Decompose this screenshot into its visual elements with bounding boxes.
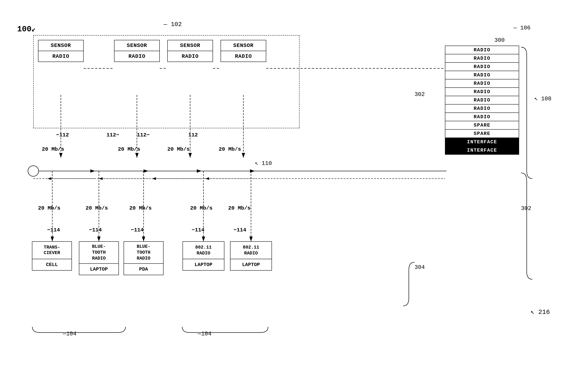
ref-114-label-4: −114 xyxy=(192,227,204,233)
device-bluetooth-2: BLUE-TOOTHRADIO PDA xyxy=(124,241,163,275)
ref-114-label-2: −114 xyxy=(89,227,102,233)
speed-label-bot-2: 20 Mb/s xyxy=(85,205,108,211)
ref-100-label: 100↙ xyxy=(17,25,36,34)
sensor-box-4: SENSOR RADIO xyxy=(220,40,266,62)
wifi-top-2: 802.11RADIO xyxy=(230,242,272,259)
ref-114-label-3: −114 xyxy=(131,227,144,233)
transceiver-top: TRANS-CIEVER xyxy=(32,242,72,259)
device-bluetooth-1: BLUE-TOOTHRADIO LAPTOP xyxy=(79,241,119,275)
speed-label-top-1: 20 Mb/s xyxy=(42,146,64,152)
ref-216-label: ↖ 216 xyxy=(530,308,550,316)
radio-cell-1: RADIO xyxy=(445,46,519,54)
radio-label-2: RADIO xyxy=(114,51,159,61)
ref-112-label-1: −112 xyxy=(56,132,69,138)
bluetooth-top-2: BLUE-TOOTHRADIO xyxy=(124,242,163,264)
ref-106-label: — 106 xyxy=(513,25,530,31)
radio-cell-3: RADIO xyxy=(445,63,519,71)
laptop-label-2: LAPTOP xyxy=(183,259,224,270)
ref-114-label-1: −114 xyxy=(47,227,60,233)
ref-112-label-2: 112− xyxy=(106,132,119,138)
speed-label-bot-1: 20 Mb/s xyxy=(38,205,61,211)
speed-label-top-2: 20 Mb/s xyxy=(118,146,140,152)
sensor-label-2: SENSOR xyxy=(114,40,159,51)
interface-cell-1: INTERFACE xyxy=(445,138,519,146)
pda-label: PDA xyxy=(124,264,163,275)
speed-label-top-3: 20 Mb/s xyxy=(167,146,190,152)
sensor-label-4: SENSOR xyxy=(221,40,266,51)
radio-cell-7: RADIO xyxy=(445,96,519,105)
laptop-label-1: LAPTOP xyxy=(79,264,118,275)
device-80211-1: 802.11RADIO LAPTOP xyxy=(183,241,224,271)
wifi-top-1: 802.11RADIO xyxy=(183,242,224,259)
ref-302-label-2: 302 xyxy=(521,205,531,212)
ref-102-label: — 102 xyxy=(163,21,182,28)
ref-104-label-1: —104 xyxy=(63,331,76,337)
speed-label-bot-4: 20 Mb/s xyxy=(190,205,213,211)
ref-114-label-5: −114 xyxy=(233,227,246,233)
speed-label-bot-3: 20 Mb/s xyxy=(129,205,152,211)
radio-cell-5: RADIO xyxy=(445,79,519,88)
sensor-box-3: SENSOR RADIO xyxy=(167,40,213,62)
radio-cell-9: RADIO xyxy=(445,113,519,121)
sensor-label-3: SENSOR xyxy=(168,40,213,51)
radio-label-1: RADIO xyxy=(38,51,83,61)
device-transceiver: TRANS-CIEVER CELL xyxy=(32,241,72,271)
ref-104-label-2: —104 xyxy=(198,331,212,337)
interface-cell-2: INTERFACE xyxy=(445,146,519,154)
radio-label-3: RADIO xyxy=(168,51,213,61)
radio-cell-4: RADIO xyxy=(445,71,519,79)
spare-cell-2: SPARE xyxy=(445,130,519,138)
speed-label-top-4: 20 Mb/s xyxy=(219,146,241,152)
radio-cell-6: RADIO xyxy=(445,88,519,96)
ref-112-label-4: 112 xyxy=(188,132,198,138)
speed-label-bot-5: 20 Mb/s xyxy=(228,205,251,211)
svg-point-10 xyxy=(28,166,39,176)
ref-304-label: 304 xyxy=(415,264,425,271)
cell-label: CELL xyxy=(32,259,72,270)
radio-label-4: RADIO xyxy=(221,51,266,61)
spare-cell-1: SPARE xyxy=(445,121,519,130)
sensor-box-1: SENSOR RADIO xyxy=(38,40,84,62)
radio-stack: RADIO RADIO RADIO RADIO RADIO RADIO RADI… xyxy=(445,46,519,155)
ref-302-label-1: 302 xyxy=(415,91,425,98)
device-80211-2: 802.11RADIO LAPTOP xyxy=(230,241,272,271)
ref-110-label: ↖ 110 xyxy=(255,160,272,167)
bluetooth-top-1: BLUE-TOOTHRADIO xyxy=(79,242,118,264)
ref-112-label-3: 112− xyxy=(137,132,150,138)
radio-cell-8: RADIO xyxy=(445,105,519,113)
sensor-box-2: SENSOR RADIO xyxy=(114,40,160,62)
sensor-label-1: SENSOR xyxy=(38,40,83,51)
ref-300-label: 300 xyxy=(494,37,505,44)
laptop-label-3: LAPTOP xyxy=(230,259,272,270)
ref-108-label: ↖ 108 xyxy=(534,95,551,102)
radio-cell-2: RADIO xyxy=(445,54,519,63)
